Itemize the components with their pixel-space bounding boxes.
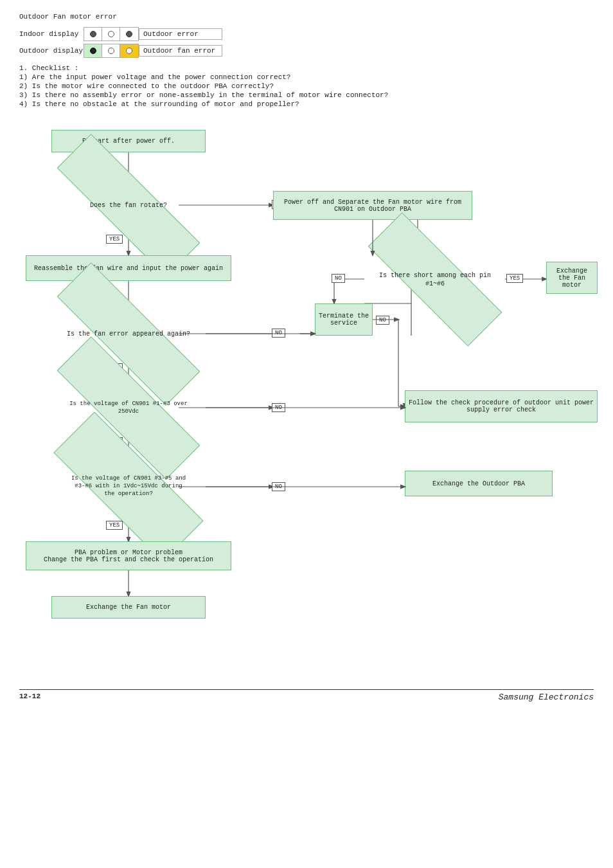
node-follow-check: Follow the check procedure of outdoor un… — [405, 390, 598, 422]
indoor-display-row: Indoor display Outdoor error — [19, 27, 594, 41]
checklist-item-2: 2) Is the motor wire connected to the ou… — [19, 82, 594, 90]
no-cn901-voltage: NO — [272, 403, 285, 412]
page-number: 12-12 — [19, 692, 40, 702]
yes-short-check: YES — [506, 274, 523, 283]
no-cn901-voltage2: NO — [272, 482, 285, 491]
flowchart: Restart after power off. Does the fan ro… — [19, 117, 598, 676]
checklist: 1. Checklist : 1) Are the input power vo… — [19, 64, 594, 108]
no-terminate: NO — [376, 316, 389, 325]
node-fan-rotate: Does the fan rotate? — [51, 181, 206, 230]
outdoor-error-text: Outdoor fan error — [139, 45, 222, 57]
indoor-ind-3 — [120, 28, 138, 41]
checklist-item-4: 4) Is there no obstacle at the surroundi… — [19, 100, 594, 108]
checklist-title: 1. Checklist : — [19, 64, 594, 72]
indoor-indicators — [84, 27, 139, 41]
indoor-display-label: Indoor display — [19, 30, 84, 38]
node-terminate: Terminate the service — [315, 303, 373, 336]
no-short-check: NO — [332, 274, 345, 283]
yes-cn901-voltage2: YES — [106, 521, 123, 530]
no-fan-error-again: NO — [272, 329, 285, 338]
outdoor-display-label: Outdoor display — [19, 47, 84, 55]
node-exchange-fan-motor: Exchange the Fanmotor — [546, 262, 598, 294]
company-name: Samsung Electronics — [499, 692, 594, 702]
node-pba-motor: PBA problem or Motor problemChange the P… — [26, 541, 231, 570]
outdoor-indicators — [84, 44, 139, 58]
page-title: Outdoor Fan motor error — [19, 13, 594, 21]
outdoor-display-row: Outdoor display Outdoor fan error — [19, 44, 594, 58]
checklist-item-1: 1) Are the input power voltage and the p… — [19, 73, 594, 81]
indoor-error-text: Outdoor error — [139, 28, 222, 40]
node-reassemble: Reassemble the fan wire and input the po… — [26, 255, 231, 281]
node-power-off-separate: Power off and Separate the Fan motor wir… — [273, 191, 472, 220]
display-table: Indoor display Outdoor error Outdoor dis… — [19, 27, 594, 58]
indoor-ind-1 — [84, 28, 102, 41]
node-exchange-fan-bottom: Exchange the Fan motor — [51, 596, 206, 619]
indoor-ind-2 — [102, 28, 120, 41]
node-exchange-outdoor-pba: Exchange the Outdoor PBA — [405, 471, 553, 496]
node-short-check: Is there short among each pin#1~#6 — [364, 255, 506, 303]
node-restart: Restart after power off. — [51, 130, 206, 152]
node-cn901-voltage: Is the voltage of CN901 #1-#3 over250Vdc — [51, 384, 206, 432]
outdoor-ind-3 — [120, 44, 138, 57]
footer: 12-12 Samsung Electronics — [19, 689, 594, 702]
outdoor-ind-1 — [84, 44, 102, 57]
node-cn901-voltage2: Is the voltage of CN901 #3-#5 and#3-#6 w… — [51, 458, 206, 516]
yes-fan-rotate: YES — [106, 235, 123, 244]
checklist-item-3: 3) Is there no assembly error or none-as… — [19, 91, 594, 99]
node-fan-error-again: Is the fan error appeared again? — [51, 310, 206, 358]
outdoor-ind-2 — [102, 44, 120, 57]
